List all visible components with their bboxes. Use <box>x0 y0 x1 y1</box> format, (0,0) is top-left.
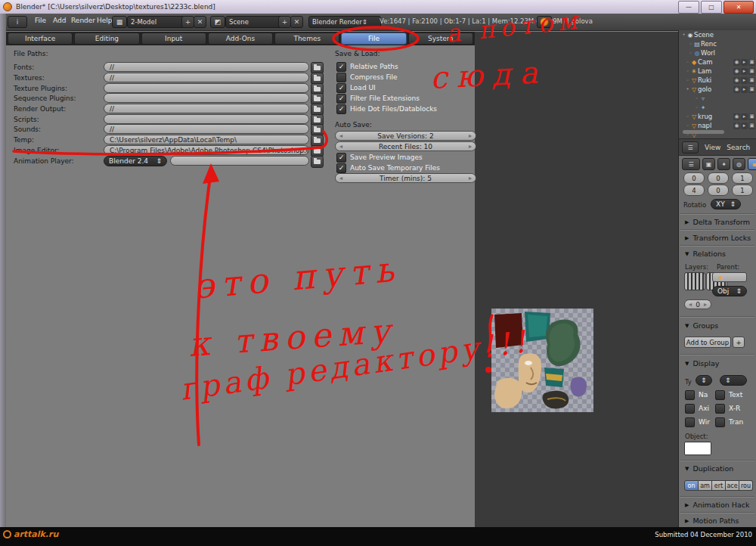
panel-motion-paths[interactable]: ▶ Motion Paths <box>685 517 739 525</box>
tab-system[interactable]: System <box>408 33 473 45</box>
dupli-group-button[interactable]: rou <box>739 480 753 491</box>
select-icon[interactable]: ▸ <box>741 113 748 120</box>
display-type-selector[interactable]: ⇕ <box>696 375 712 386</box>
outliner-item-golo-modifier[interactable]: ◦ ✦ <box>679 103 756 112</box>
select-icon[interactable]: ▸ <box>741 123 748 129</box>
render-context-icon[interactable]: ▣ <box>702 158 715 170</box>
tab-editing[interactable]: Editing <box>74 33 139 45</box>
transform-field[interactable]: 0 <box>708 172 729 184</box>
select-icon[interactable]: ▸ <box>741 68 748 75</box>
panel-delta-transform[interactable]: ▶ Delta Transform <box>685 218 750 226</box>
render-icon[interactable]: ▣ <box>748 86 755 93</box>
object-color-swatch[interactable] <box>684 442 711 455</box>
eye-icon[interactable]: ◉ <box>733 77 740 84</box>
add-to-group-button[interactable]: Add to Group <box>684 337 731 348</box>
tab-input[interactable]: Input <box>141 33 206 45</box>
tab-themes[interactable]: Themes <box>274 33 339 45</box>
sequence-plugins-input[interactable] <box>104 93 309 103</box>
panel-display[interactable]: ▼ Display <box>685 359 719 368</box>
scene-selector-icon[interactable]: ◩ <box>210 16 225 28</box>
eye-icon[interactable]: ◉ <box>733 113 740 120</box>
transform-field[interactable]: 0 <box>708 185 729 196</box>
tab-file[interactable]: File <box>341 33 406 45</box>
outliner-item-renderlayers[interactable]: ◦ ▤ Renc <box>679 39 756 48</box>
checkbox-auto-save-temp-files[interactable]: ✓ Auto Save Temporary Files <box>336 163 440 172</box>
properties-editor-type-button[interactable]: ☰ <box>682 158 700 170</box>
panel-animation-hack[interactable]: ▶ Animation Hack <box>685 501 750 509</box>
close-button[interactable]: ✕ <box>723 1 754 14</box>
dupli-none-button[interactable]: on <box>684 480 699 491</box>
texture-plugins-input[interactable] <box>104 83 309 93</box>
sounds-input[interactable]: // <box>104 124 309 134</box>
outliner-item-napl[interactable]: ◦ ▽ napl ◉▸▣ <box>679 121 756 130</box>
scripts-input[interactable] <box>104 114 309 124</box>
transform-field[interactable]: 1 <box>732 185 753 196</box>
checkbox-display-axis[interactable]: ✓ Axi <box>685 404 709 413</box>
scene-selector[interactable]: Scene <box>225 16 284 28</box>
checkbox-display-textured[interactable]: ✓ Text <box>715 390 742 399</box>
outliner-scrollbar[interactable] <box>683 130 724 134</box>
render-engine-selector[interactable]: Blender Render⇕ <box>308 16 381 28</box>
render-icon[interactable]: ▣ <box>748 113 755 120</box>
checkbox-display-name[interactable]: ✓ Na <box>685 390 708 399</box>
editor-type-button[interactable]: i <box>8 16 27 28</box>
menu-add[interactable]: Add <box>53 17 66 24</box>
animation-player-browse-button[interactable] <box>311 156 324 168</box>
panel-groups[interactable]: ▼ Groups <box>685 321 718 330</box>
eye-icon[interactable]: ◉ <box>733 86 740 93</box>
animation-player-selector[interactable]: Blender 2.4⇕ <box>104 156 167 166</box>
checkbox-compress-file[interactable]: ✓ Compress File <box>336 73 398 82</box>
timer-slider[interactable]: ◂ Timer (mins): 5 ▸ <box>335 173 476 183</box>
checkbox-display-xray[interactable]: ✓ X-R <box>715 404 740 413</box>
blender-icon-button[interactable] <box>537 16 552 28</box>
panel-transform-locks[interactable]: ▶ Transform Locks <box>685 234 751 242</box>
save-versions-slider[interactable]: ◂ Save Versions: 2 ▸ <box>335 131 476 141</box>
panel-duplication[interactable]: ▼ Duplication <box>685 464 733 473</box>
select-icon[interactable]: ▸ <box>741 86 748 93</box>
eye-icon[interactable]: ◉ <box>733 123 740 129</box>
transform-field[interactable]: 4 <box>683 185 705 196</box>
new-group-button[interactable]: + <box>733 337 745 348</box>
outliner-menu-view[interactable]: View <box>705 144 720 151</box>
outliner-item-world[interactable]: ◦ ◍ Worl <box>679 48 756 57</box>
dupli-frames-button[interactable]: am <box>699 480 712 491</box>
checkbox-save-preview-images[interactable]: ✓ Save Preview Images <box>336 153 423 162</box>
checkbox-display-wire[interactable]: ✓ Wir <box>685 417 710 427</box>
outliner-item-camera[interactable]: ◦ ◆ Cam ◉▸▣ <box>679 57 756 67</box>
select-icon[interactable]: ▸ <box>741 77 748 84</box>
outliner-item-ruki[interactable]: ◦ ▽ Ruki ◉▸▣ <box>679 76 756 85</box>
fonts-input[interactable]: // <box>104 62 309 72</box>
dupli-faces-button[interactable]: ace <box>726 480 739 491</box>
scene-context-icon[interactable]: ✦ <box>717 158 730 170</box>
transform-field[interactable]: 0 <box>683 172 705 184</box>
outliner-item-scene[interactable]: • ◉ Scene <box>679 30 756 39</box>
parent-field[interactable]: ▪ <box>712 272 747 282</box>
render-icon[interactable]: ▣ <box>748 68 755 75</box>
tab-interface[interactable]: Interface <box>8 33 73 45</box>
outliner-menu-search[interactable]: Search <box>727 144 750 151</box>
animation-player-input[interactable] <box>170 156 309 166</box>
eye-icon[interactable]: ◉ <box>733 59 740 66</box>
textures-input[interactable]: // <box>104 73 309 82</box>
parent-type-selector[interactable]: Obj⇕ <box>712 286 747 296</box>
display-extra-selector[interactable]: ⇕ <box>720 375 747 386</box>
render-icon[interactable]: ▣ <box>748 77 755 84</box>
add-layout-button[interactable]: + <box>181 16 194 28</box>
image-editor-input[interactable]: C:\Program Files\Adobe\Adobe Photoshop C… <box>104 145 309 155</box>
layers-grid-left[interactable] <box>684 272 705 290</box>
render-output-input[interactable]: // <box>104 104 309 113</box>
menu-render[interactable]: Render <box>71 17 95 24</box>
checkbox-display-transp[interactable]: ✓ Tran <box>715 417 743 427</box>
outliner-item-lamp[interactable]: ◦ ✳ Lam ◉▸▣ <box>679 67 756 76</box>
eye-icon[interactable]: ◉ <box>733 68 740 75</box>
dupli-verts-button[interactable]: ert <box>712 480 726 491</box>
checkbox-hide-dot-files[interactable]: ✓ Hide Dot Files/Datablocks <box>336 104 437 113</box>
outliner-item-krug[interactable]: ◦ ▽ krug ◉▸▣ <box>679 112 756 121</box>
object-context-icon[interactable]: ▪ <box>748 158 756 170</box>
select-icon[interactable]: ▸ <box>741 59 748 66</box>
rotation-mode-selector[interactable]: XY⇕ <box>711 199 741 209</box>
temp-input[interactable]: C:\Users\silverz\AppData\Local\Temp\ <box>104 135 309 144</box>
menu-file[interactable]: File <box>35 17 46 24</box>
outliner-editor-type-button[interactable]: ☰ <box>682 141 699 154</box>
pass-index-slider[interactable]: ◂ 0 ▸ <box>684 299 711 309</box>
